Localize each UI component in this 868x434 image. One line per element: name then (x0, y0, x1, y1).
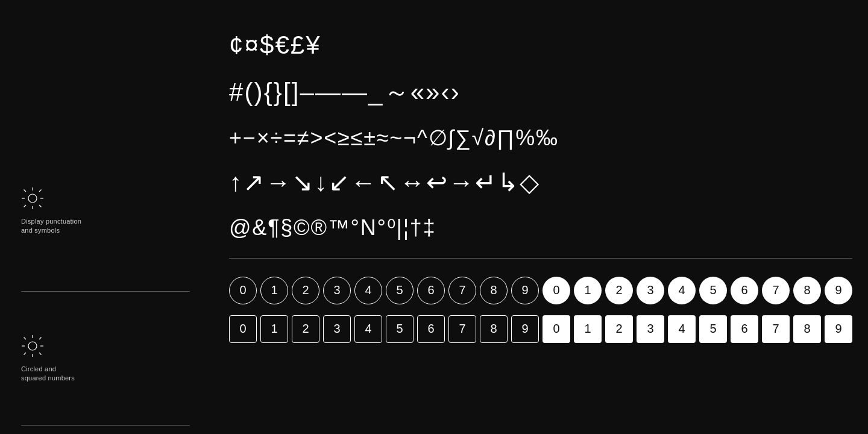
circle-filled-0: 0 (542, 277, 570, 304)
symbol-row-currency: ¢¤$€£¥ (229, 30, 852, 60)
square-filled-3: 3 (637, 315, 664, 343)
circle-filled-4: 4 (668, 277, 696, 304)
section1-sidebar: Display punctuation and symbols (21, 187, 81, 236)
squared-numbers-row: 0 1 2 3 4 5 6 7 8 9 0 1 2 3 4 5 6 7 8 9 (229, 315, 852, 343)
section2-label: Circled and squared numbers (21, 365, 75, 383)
svg-point-9 (28, 342, 37, 350)
circled-section: 0 1 2 3 4 5 6 7 8 9 0 1 2 3 4 5 6 7 8 9 (229, 277, 852, 343)
square-filled-0: 0 (542, 315, 570, 343)
left-panel: Display punctuation and symbols Circled … (0, 0, 211, 372)
circle-filled-1: 1 (574, 277, 602, 304)
circle-filled-2: 2 (605, 277, 633, 304)
svg-line-16 (39, 338, 42, 340)
svg-point-0 (28, 194, 37, 203)
circle-outline-3: 3 (323, 277, 351, 304)
square-outline-9: 9 (511, 315, 539, 343)
square-filled-8: 8 (793, 315, 821, 343)
svg-line-7 (39, 190, 42, 192)
square-filled-1: 1 (574, 315, 602, 343)
square-outline-0: 0 (229, 315, 257, 343)
square-outline-6: 6 (417, 315, 445, 343)
square-outline-1: 1 (260, 315, 288, 343)
circle-filled-6: 6 (731, 277, 758, 304)
circle-outline-8: 8 (480, 277, 508, 304)
section1-label: Display punctuation and symbols (21, 217, 81, 236)
circle-filled-9: 9 (825, 277, 852, 304)
symbol-row-arrows: ↑↗→↘↓↙←↖↔↩→↵↳◇ (229, 168, 852, 198)
symbol-row-punctuation: #(){}[]–——_～«»‹› (229, 77, 852, 107)
square-filled-6: 6 (731, 315, 758, 343)
square-outline-3: 3 (323, 315, 351, 343)
svg-line-14 (24, 338, 27, 340)
divider-2 (21, 425, 190, 426)
circle-outline-2: 2 (292, 277, 319, 304)
circle-outline-1: 1 (260, 277, 288, 304)
section2-sidebar: Circled and squared numbers (21, 335, 75, 383)
square-filled-9: 9 (825, 315, 852, 343)
circle-outline-6: 6 (417, 277, 445, 304)
square-outline-8: 8 (480, 315, 508, 343)
divider-1 (21, 291, 190, 292)
circle-outline-4: 4 (354, 277, 382, 304)
main-divider (229, 258, 852, 259)
circle-outline-0: 0 (229, 277, 257, 304)
square-filled-5: 5 (699, 315, 727, 343)
svg-line-8 (24, 205, 27, 207)
page-layout: Display punctuation and symbols Circled … (0, 0, 868, 372)
svg-line-5 (24, 190, 27, 192)
square-outline-7: 7 (448, 315, 476, 343)
circle-outline-5: 5 (386, 277, 414, 304)
sun-icon-2 (21, 335, 44, 357)
square-outline-5: 5 (386, 315, 414, 343)
circle-filled-3: 3 (637, 277, 664, 304)
circle-outline-9: 9 (511, 277, 539, 304)
svg-line-6 (39, 205, 42, 207)
square-filled-7: 7 (762, 315, 790, 343)
symbol-row-math: +−×÷=≠><≥≤±≈~¬^∅∫∑√∂∏%‰ (229, 125, 852, 151)
right-panel: ¢¤$€£¥ #(){}[]–——_～«»‹› +−×÷=≠><≥≤±≈~¬^∅… (211, 0, 868, 372)
circle-outline-7: 7 (448, 277, 476, 304)
square-outline-4: 4 (354, 315, 382, 343)
circle-filled-8: 8 (793, 277, 821, 304)
svg-line-15 (39, 353, 42, 355)
svg-line-17 (24, 353, 27, 355)
circle-filled-5: 5 (699, 277, 727, 304)
symbols-area: ¢¤$€£¥ #(){}[]–——_～«»‹› +−×÷=≠><≥≤±≈~¬^∅… (229, 18, 852, 241)
sun-icon-1 (21, 187, 44, 210)
square-filled-4: 4 (668, 315, 696, 343)
circled-numbers-row: 0 1 2 3 4 5 6 7 8 9 0 1 2 3 4 5 6 7 8 9 (229, 277, 852, 304)
circle-filled-7: 7 (762, 277, 790, 304)
symbol-row-special: @&¶§©®™°N°⁰|¦†‡ (229, 215, 852, 241)
square-filled-2: 2 (605, 315, 633, 343)
square-outline-2: 2 (292, 315, 319, 343)
